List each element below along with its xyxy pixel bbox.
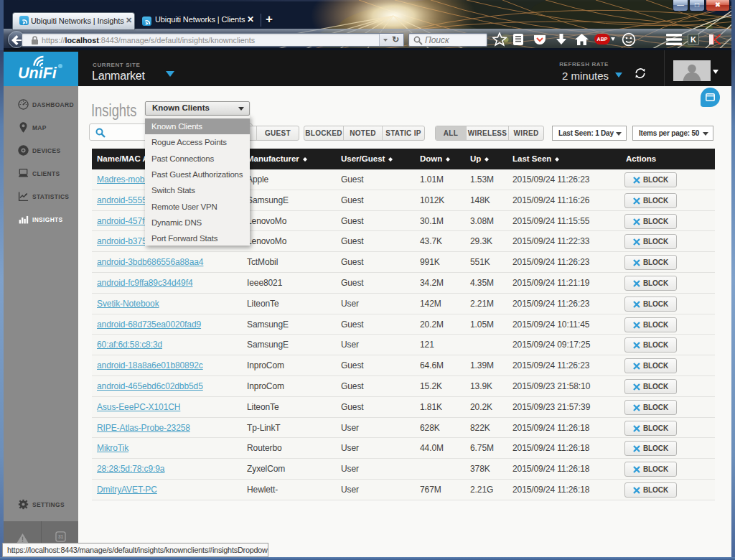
svg-text:UniFi: UniFi (18, 65, 57, 82)
svg-text:31: 31 (58, 534, 64, 539)
